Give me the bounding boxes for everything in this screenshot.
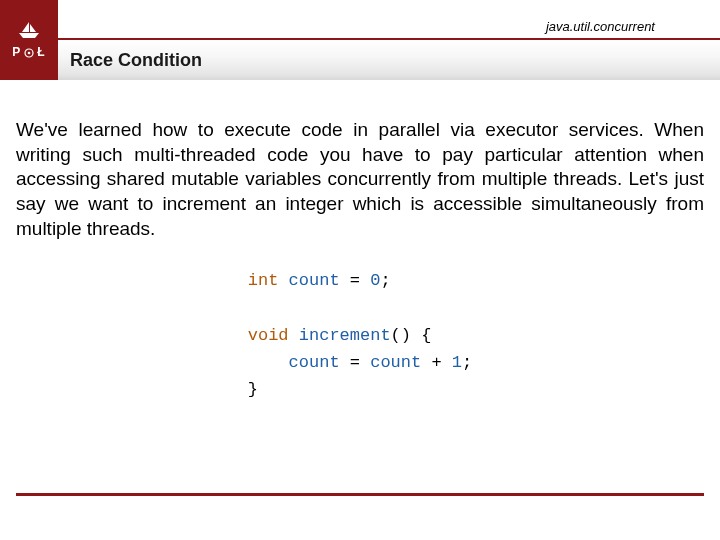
slide-title: Race Condition <box>70 50 202 71</box>
identifier-count: count <box>289 271 340 290</box>
code-snippet: int count = 0; void increment() { count … <box>16 267 704 403</box>
semicolon: ; <box>380 271 390 290</box>
paren-open: ( <box>391 326 401 345</box>
boat-icon <box>16 21 42 39</box>
package-label: java.util.concurrent <box>546 19 655 34</box>
identifier-increment: increment <box>299 326 391 345</box>
header-top: java.util.concurrent <box>0 0 720 38</box>
svg-point-1 <box>28 52 31 55</box>
gear-icon <box>24 47 34 57</box>
identifier-count: count <box>289 353 340 372</box>
literal-one: 1 <box>452 353 462 372</box>
operator-plus: + <box>431 353 441 372</box>
keyword-int: int <box>248 271 279 290</box>
operator-eq: = <box>350 353 360 372</box>
literal-zero: 0 <box>370 271 380 290</box>
identifier-count: count <box>370 353 421 372</box>
paren-close: ) <box>401 326 411 345</box>
footer-divider <box>16 493 704 496</box>
content-area: We've learned how to execute code in par… <box>0 80 720 403</box>
body-paragraph: We've learned how to execute code in par… <box>16 118 704 241</box>
code-lines: int count = 0; void increment() { count … <box>248 267 472 403</box>
logo-letter-left: P <box>12 45 21 59</box>
logo-letter-right: Ł <box>37 45 45 59</box>
brand-logo: P Ł <box>0 0 58 80</box>
title-bar: Race Condition <box>58 38 720 80</box>
brace-open: { <box>421 326 431 345</box>
logo-letters: P Ł <box>12 45 45 59</box>
operator-eq: = <box>350 271 360 290</box>
semicolon: ; <box>462 353 472 372</box>
keyword-void: void <box>248 326 289 345</box>
brace-close: } <box>248 380 258 399</box>
